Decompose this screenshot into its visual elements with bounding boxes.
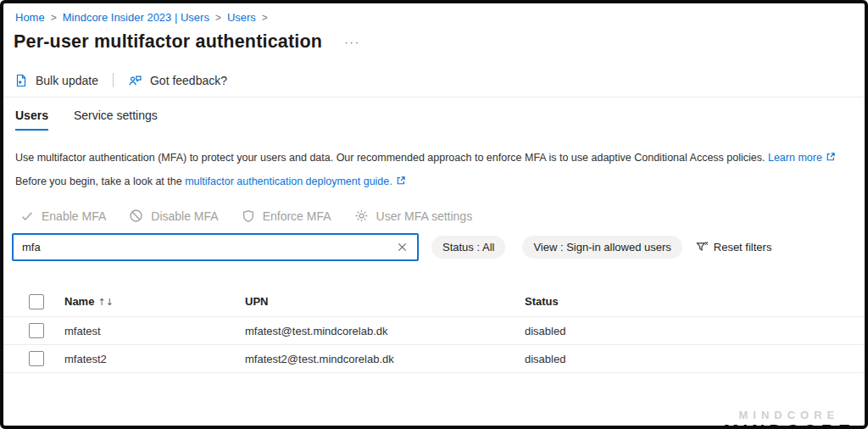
breadcrumb-users[interactable]: Users	[227, 11, 256, 24]
filter-clear-icon	[696, 241, 709, 254]
cell-upn: mfatest2@test.mindcorelab.dk	[245, 353, 525, 365]
document-upload-icon	[14, 74, 28, 87]
disable-mfa-button[interactable]: Disable MFA	[129, 209, 218, 223]
before-you-begin-text: Before you begin, take a look at the mul…	[3, 176, 865, 187]
chevron-right-icon: >	[262, 12, 268, 24]
view-filter-pill[interactable]: View : Sign-in allowed users	[522, 236, 682, 259]
external-link-icon	[826, 152, 836, 162]
select-all-checkbox[interactable]	[29, 294, 44, 309]
block-icon	[129, 209, 143, 223]
user-mfa-settings-label: User MFA settings	[376, 209, 473, 223]
cell-name: mfatest	[64, 325, 245, 337]
intro-line1-text: Use multifactor authentication (MFA) to …	[15, 152, 765, 164]
table-header-row: Name↑↓ UPN Status	[3, 287, 865, 317]
mfa-actions-row: Enable MFA Disable MFA Enforce MFA User …	[3, 209, 865, 223]
enable-mfa-label: Enable MFA	[42, 209, 106, 223]
chevron-right-icon: >	[215, 12, 221, 24]
command-bar: Bulk update Got feedback?	[3, 73, 865, 98]
search-input[interactable]	[14, 241, 387, 254]
mindcore-watermark: MINDCORE MINDCORE	[724, 410, 854, 429]
mfa-intro-text: Use multifactor authentication (MFA) to …	[3, 152, 865, 164]
portal-window: Home > Mindcore Insider 2023 | Users > U…	[0, 0, 868, 429]
tab-users[interactable]: Users	[15, 109, 48, 131]
intro-line2-text: Before you begin, take a look at the	[15, 176, 182, 187]
table-row[interactable]: mfatest2 mfatest2@test.mindcorelab.dk di…	[3, 345, 865, 373]
cell-upn: mfatest@test.mindcorelab.dk	[245, 325, 525, 337]
shield-icon	[242, 209, 255, 223]
breadcrumb: Home > Mindcore Insider 2023 | Users > U…	[3, 3, 865, 24]
reset-filters-label: Reset filters	[714, 241, 772, 254]
disable-mfa-label: Disable MFA	[151, 209, 218, 223]
chevron-right-icon: >	[51, 12, 57, 24]
page-title: Per-user multifactor authentication	[14, 31, 322, 53]
got-feedback-button[interactable]: Got feedback?	[128, 74, 227, 87]
tab-service-settings[interactable]: Service settings	[74, 109, 158, 131]
row-checkbox[interactable]	[29, 351, 44, 366]
external-link-icon	[396, 176, 406, 186]
tab-bar: Users Service settings	[3, 109, 865, 131]
enforce-mfa-label: Enforce MFA	[263, 209, 331, 223]
title-row: Per-user multifactor authentication ···	[14, 31, 865, 53]
column-header-status[interactable]: Status	[525, 295, 865, 308]
got-feedback-label: Got feedback?	[150, 74, 227, 87]
cell-status: disabled	[525, 325, 865, 337]
column-header-name[interactable]: Name↑↓	[64, 295, 245, 308]
clear-search-icon[interactable]	[387, 241, 417, 254]
more-options-icon[interactable]: ···	[344, 36, 360, 48]
enforce-mfa-button[interactable]: Enforce MFA	[242, 209, 331, 223]
users-table: Name↑↓ UPN Status mfatest mfatest@test.m…	[3, 287, 865, 373]
search-filter-row: Status : All View : Sign-in allowed user…	[3, 233, 865, 261]
row-checkbox[interactable]	[29, 323, 44, 338]
table-row[interactable]: mfatest mfatest@test.mindcorelab.dk disa…	[3, 317, 865, 345]
gear-icon	[354, 209, 369, 223]
user-mfa-settings-button[interactable]: User MFA settings	[354, 209, 473, 223]
sort-icon: ↑↓	[97, 297, 113, 308]
learn-more-link[interactable]: Learn more	[768, 152, 822, 164]
toolbar-divider	[113, 73, 114, 87]
cell-status: disabled	[525, 353, 865, 365]
cell-name: mfatest2	[64, 353, 245, 365]
reset-filters-button[interactable]: Reset filters	[696, 241, 772, 254]
mindcore-logo-dark-text: MINDCORE	[724, 421, 854, 429]
breadcrumb-home[interactable]: Home	[15, 11, 45, 24]
mindcore-logo-light-text: MINDCORE	[724, 410, 854, 421]
feedback-person-icon	[128, 74, 142, 87]
bulk-update-label: Bulk update	[36, 74, 98, 87]
bulk-update-button[interactable]: Bulk update	[14, 74, 98, 87]
deployment-guide-link[interactable]: multifactor authentication deployment gu…	[185, 176, 392, 187]
breadcrumb-tenant-users[interactable]: Mindcore Insider 2023 | Users	[63, 11, 209, 24]
enable-mfa-button[interactable]: Enable MFA	[20, 209, 106, 223]
checkmark-icon	[20, 209, 34, 223]
search-box	[12, 233, 419, 261]
status-filter-pill[interactable]: Status : All	[431, 236, 505, 259]
column-header-upn[interactable]: UPN	[245, 295, 525, 308]
